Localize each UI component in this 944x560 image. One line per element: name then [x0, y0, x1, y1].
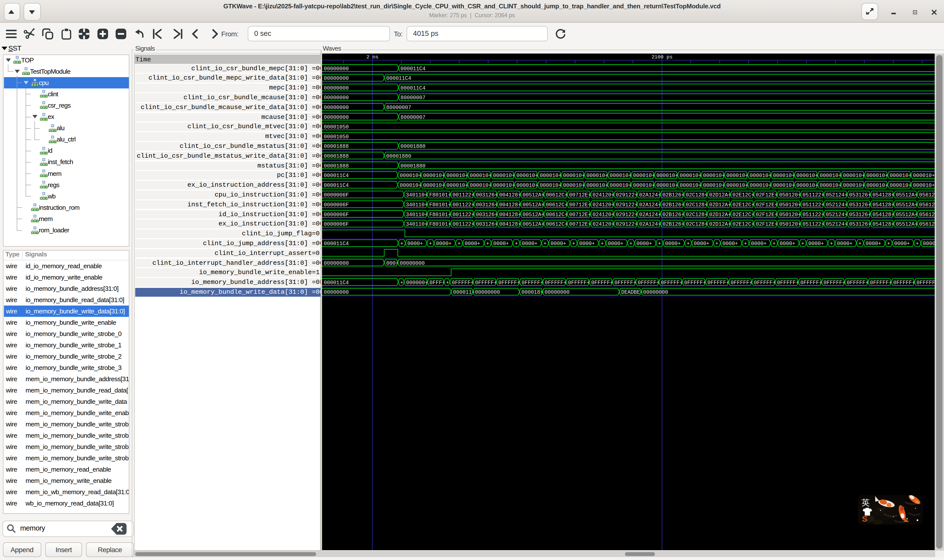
svg-text:001122+: 001122+: [453, 221, 475, 227]
svg-text:003126+: 003126+: [476, 221, 498, 227]
svg-text:000010+: 000010+: [866, 182, 888, 188]
svg-text:000011C4: 000011C4: [401, 85, 426, 91]
svg-text:029122+: 029122+: [616, 202, 638, 208]
svg-text:000010+: 000010+: [820, 172, 842, 178]
svg-text:029122+: 029122+: [616, 192, 638, 198]
svg-text:+: +: [543, 240, 547, 246]
svg-text:0000+: 0000+: [780, 240, 796, 246]
svg-text:000010+: 000010+: [796, 172, 818, 178]
svg-text:00000000: 00000000: [324, 289, 349, 295]
svg-text:000011C4: 000011C4: [401, 66, 426, 71]
svg-text:+: +: [601, 240, 604, 246]
svg-text:+: +: [572, 240, 575, 246]
svg-text:000010+: 000010+: [493, 172, 515, 178]
svg-text:80000007: 80000007: [386, 105, 411, 110]
svg-text:00512A+: 00512A+: [523, 211, 544, 217]
svg-text:000010+: 000010+: [446, 182, 468, 188]
svg-text:340110+: 340110+: [406, 221, 428, 227]
svg-text:02E12C+: 02E12C+: [733, 221, 754, 227]
svg-text:02B126+: 02B126+: [663, 192, 684, 198]
svg-text:00001050: 00001050: [324, 134, 349, 140]
svg-text:00001880: 00001880: [401, 143, 426, 149]
svg-text:+: +: [486, 240, 489, 246]
svg-text:05512A+: 05512A+: [896, 202, 918, 208]
svg-text:0000+: 0000+: [551, 240, 566, 246]
svg-text:051122+: 051122+: [802, 192, 824, 198]
svg-text:80000007: 80000007: [401, 114, 426, 120]
svg-text:000011C4: 000011C4: [324, 240, 349, 246]
svg-text:80000007: 80000007: [401, 95, 426, 100]
svg-text:054128+: 054128+: [873, 192, 894, 198]
svg-text:05612C23: 05612C23: [919, 211, 935, 217]
svg-text:000010+: 000010+: [493, 182, 515, 188]
svg-text:05512A+: 05512A+: [896, 192, 918, 198]
svg-text:00001888: 00001888: [324, 143, 349, 149]
svg-text:052124+: 052124+: [826, 192, 848, 198]
svg-text:0000+: 0000+: [608, 240, 624, 246]
svg-text:0000006F: 0000006F: [324, 211, 349, 217]
svg-text:00000000: 00000000: [324, 114, 349, 120]
svg-text:000010+: 000010+: [913, 182, 935, 188]
svg-text:0FFFFF+: 0FFFFF+: [638, 280, 660, 285]
svg-text:000011C4: 000011C4: [324, 280, 349, 285]
svg-text:F80101+: F80101+: [429, 211, 451, 217]
svg-text:02B126+: 02B126+: [663, 211, 684, 217]
svg-text:00000000: 00000000: [324, 105, 349, 110]
svg-text:00612C+: 00612C+: [546, 221, 568, 227]
svg-text:054128+: 054128+: [873, 202, 894, 208]
svg-text:+: +: [686, 240, 690, 246]
svg-text:003126+: 003126+: [476, 202, 498, 208]
svg-text:000010+: 000010+: [633, 182, 655, 188]
svg-text:000011C4: 000011C4: [324, 182, 349, 188]
svg-text:024120+: 024120+: [592, 202, 614, 208]
svg-text:0FFFFF+: 0FFFFF+: [777, 280, 799, 285]
svg-text:0000+: 0000+: [464, 240, 480, 246]
svg-text:DEADBE+: DEADBE+: [621, 289, 643, 295]
svg-text:340110+: 340110+: [406, 211, 428, 217]
svg-text:00712E+: 00712E+: [569, 192, 591, 198]
svg-text:0000+: 0000+: [694, 240, 710, 246]
svg-text:000010+: 000010+: [470, 182, 492, 188]
svg-text:0000+: 0000+: [579, 240, 595, 246]
svg-text:340110+: 340110+: [406, 192, 428, 198]
svg-text:0FFFFF+: 0FFFFF+: [545, 280, 567, 285]
svg-text:02F12E+: 02F12E+: [756, 202, 778, 208]
svg-text:004128+: 004128+: [499, 192, 521, 198]
svg-text:000010+: 000010+: [866, 172, 888, 178]
svg-text:2100 ps: 2100 ps: [651, 54, 673, 60]
svg-text:02C128+: 02C128+: [686, 202, 708, 208]
svg-text:05612C23: 05612C23: [919, 192, 935, 198]
svg-text:00000000: 00000000: [324, 75, 349, 81]
svg-text:024120+: 024120+: [592, 192, 614, 198]
svg-text:000010+: 000010+: [680, 172, 702, 178]
svg-text:052124+: 052124+: [826, 211, 848, 217]
svg-text:02C128+: 02C128+: [686, 221, 708, 227]
svg-text:053126+: 053126+: [849, 221, 871, 227]
svg-text:+: +: [429, 240, 432, 246]
svg-text:051122+: 051122+: [802, 202, 824, 208]
svg-text:00712E+: 00712E+: [569, 202, 591, 208]
svg-text:00000000: 00000000: [324, 85, 349, 91]
svg-text:0FFFFF+: 0FFFFF+: [731, 280, 753, 285]
svg-text:02F12E+: 02F12E+: [756, 211, 778, 217]
svg-text:340110+: 340110+: [406, 202, 428, 208]
svg-text:+: +: [515, 240, 518, 246]
svg-text:024120+: 024120+: [592, 221, 614, 227]
svg-text:0000+: 0000+: [665, 240, 681, 246]
svg-text:02A124+: 02A124+: [639, 211, 661, 217]
svg-text:000000+: 000000+: [406, 280, 428, 285]
svg-text:050120+: 050120+: [779, 202, 801, 208]
svg-text:000010+: 000010+: [773, 182, 795, 188]
svg-text:050120+: 050120+: [779, 211, 801, 217]
svg-text:0FFFFF+: 0FFFFF+: [847, 280, 869, 285]
svg-text:000010+: 000010+: [563, 172, 585, 178]
svg-text:000010+: 000010+: [750, 182, 772, 188]
svg-text:0000006F: 0000006F: [324, 192, 349, 198]
svg-text:0000+: 0000+: [751, 240, 767, 246]
svg-text:000010+: 000010+: [843, 182, 865, 188]
svg-text:053126+: 053126+: [849, 211, 871, 217]
svg-text:000010+: 000010+: [423, 182, 445, 188]
svg-text:050120+: 050120+: [779, 192, 801, 198]
svg-text:05512A+: 05512A+: [896, 221, 918, 227]
svg-text:0FFFFF+: 0FFFFF+: [452, 280, 474, 285]
